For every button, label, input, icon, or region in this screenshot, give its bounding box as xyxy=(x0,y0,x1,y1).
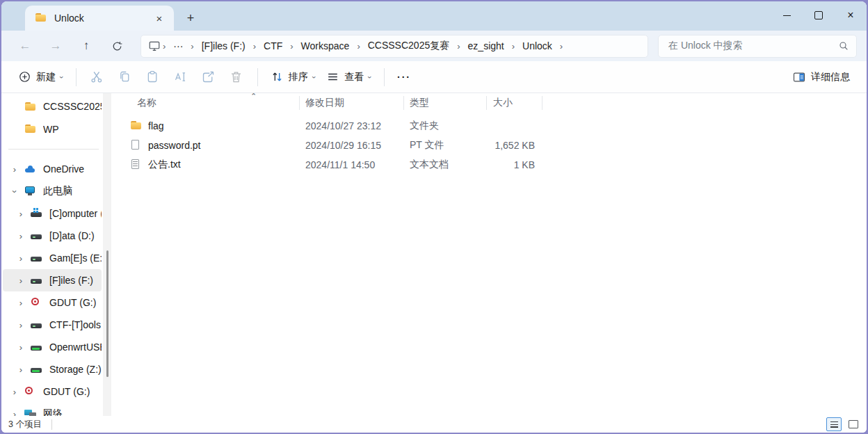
chevron-right-icon: › xyxy=(188,41,195,51)
more-button[interactable]: ··· xyxy=(392,67,417,87)
maximize-button[interactable] xyxy=(803,1,835,29)
new-button[interactable]: 新建 › xyxy=(13,66,69,88)
column-divider[interactable] xyxy=(299,96,300,110)
sidebar-item[interactable]: › [F]iles (F:) xyxy=(3,269,102,291)
sidebar-item[interactable]: › Gam[E]s (E:) xyxy=(3,247,102,269)
column-header-type[interactable]: 类型 xyxy=(403,97,486,109)
refresh-icon xyxy=(111,40,123,52)
breadcrumb-item[interactable]: CTF xyxy=(258,38,288,54)
file-type: PT 文件 xyxy=(403,139,486,152)
chevron-right-icon: › xyxy=(455,41,462,51)
forward-button[interactable]: → xyxy=(42,35,70,57)
search-icon xyxy=(838,40,849,51)
chevron-down-icon: › xyxy=(310,76,319,79)
tab-unlock[interactable]: Unlock × xyxy=(25,6,174,31)
address-bar[interactable]: › ··· › [F]iles (F:) › CTF › Workspace ›… xyxy=(140,35,648,58)
sidebar-item[interactable]: › Storage (Z:) xyxy=(3,358,102,380)
chevron-icon[interactable]: › xyxy=(17,298,24,308)
refresh-button[interactable] xyxy=(103,35,131,57)
file-name[interactable]: flag xyxy=(148,120,164,131)
sidebar-item[interactable]: › [D]ata (D:) xyxy=(3,225,102,247)
close-button[interactable]: × xyxy=(835,1,867,29)
sidebar-item[interactable]: › 此电脑 xyxy=(3,180,102,202)
column-divider[interactable] xyxy=(542,96,542,110)
chevron-right-icon: › xyxy=(558,41,565,51)
column-divider[interactable] xyxy=(403,96,404,110)
chevron-right-icon: › xyxy=(355,41,362,51)
command-bar: 新建 › xyxy=(1,61,867,93)
chevron-icon[interactable]: › xyxy=(17,275,24,286)
file-name[interactable]: 公告.txt xyxy=(148,159,181,171)
chevron-icon[interactable]: › xyxy=(11,387,18,397)
column-header-date[interactable]: 修改日期 xyxy=(299,97,403,109)
details-view-toggle[interactable] xyxy=(826,417,842,431)
details-view-icon xyxy=(830,421,838,428)
details-pane-button[interactable]: 详细信息 xyxy=(787,66,855,88)
breadcrumb-item[interactable]: Unlock xyxy=(517,38,558,54)
chevron-icon[interactable]: › xyxy=(17,253,24,264)
breadcrumb-overflow[interactable]: ··· xyxy=(168,38,188,54)
chevron-icon[interactable]: › xyxy=(10,188,20,195)
rename-button[interactable] xyxy=(167,65,195,89)
chevron-icon[interactable]: › xyxy=(17,231,24,241)
search-box[interactable]: 在 Unlock 中搜索 xyxy=(658,35,857,58)
chevron-icon[interactable]: › xyxy=(17,209,24,219)
gdut-icon xyxy=(24,386,37,397)
breadcrumb-item[interactable]: [F]iles (F:) xyxy=(196,38,251,54)
up-button[interactable]: ↑ xyxy=(72,35,100,57)
share-button[interactable] xyxy=(195,65,223,89)
sidebar-item[interactable]: › GDUT (G:) xyxy=(3,291,102,314)
delete-button[interactable] xyxy=(223,65,250,89)
cut-icon xyxy=(90,70,104,84)
file-row[interactable]: flag 2024/10/27 23:12 文件夹 xyxy=(113,116,867,136)
sidebar-scrollbar-thumb[interactable] xyxy=(106,250,108,377)
minimize-button[interactable] xyxy=(771,1,803,29)
cut-button[interactable] xyxy=(83,65,111,89)
column-header-size[interactable]: 大小 xyxy=(486,97,542,109)
sidebar-item[interactable]: › OpenwrtUSB xyxy=(3,336,102,358)
back-button[interactable]: ← xyxy=(11,35,39,57)
copy-button[interactable] xyxy=(111,65,139,89)
sidebar-item[interactable]: › OneDrive xyxy=(3,158,102,180)
chevron-down-icon: › xyxy=(58,76,66,79)
titlebar: Unlock × + × xyxy=(1,1,867,31)
sort-button[interactable]: 排序 › xyxy=(265,66,321,88)
column-header-name[interactable]: 名称 xyxy=(120,97,299,109)
breadcrumb-item[interactable]: ez_sight xyxy=(463,38,510,54)
chevron-icon[interactable]: › xyxy=(17,342,24,353)
sidebar-item[interactable]: › GDUT (G:) xyxy=(3,380,102,403)
text-file-icon xyxy=(130,159,143,170)
minimize-icon xyxy=(783,15,791,16)
view-button[interactable]: 查看 › xyxy=(321,66,377,88)
close-icon: × xyxy=(847,10,853,21)
navigation-bar: ← → ↑ › ··· › [F]iles (F:) › CTF › Works… xyxy=(1,31,867,61)
sidebar-item[interactable]: › 网络 xyxy=(3,403,102,416)
file-name[interactable]: password.pt xyxy=(148,140,200,151)
copy-icon xyxy=(118,70,132,84)
details-label: 详细信息 xyxy=(811,71,850,83)
icons-view-toggle[interactable] xyxy=(846,417,861,431)
chevron-icon[interactable]: › xyxy=(11,164,18,175)
breadcrumb-item[interactable]: Workspace xyxy=(296,38,355,54)
file-date: 2024/11/1 14:50 xyxy=(299,159,403,170)
file-date: 2024/10/27 23:12 xyxy=(299,120,403,131)
breadcrumb-item[interactable]: CCSSSC2025复赛 xyxy=(362,38,456,54)
status-divider xyxy=(51,419,52,430)
sidebar-item[interactable]: CCSSSC2025复赛 xyxy=(3,96,102,118)
drive-green-icon xyxy=(31,364,43,375)
sidebar-item[interactable]: WP xyxy=(3,118,102,140)
sidebar: CCSSSC2025复赛 WP › OneDrive › 此电脑 › [C]om… xyxy=(1,93,113,416)
column-divider[interactable] xyxy=(486,96,487,110)
chevron-icon[interactable]: › xyxy=(11,409,18,417)
sidebar-item[interactable]: › [C]omputer (C:) xyxy=(3,202,102,225)
sidebar-item[interactable]: › CTF-[T]ools (T:) xyxy=(3,314,102,336)
paste-button[interactable] xyxy=(139,65,167,89)
new-tab-button[interactable]: + xyxy=(182,10,199,26)
sort-ascending-icon: ⌃ xyxy=(250,92,257,101)
tab-close-icon[interactable]: × xyxy=(152,10,167,26)
chevron-icon[interactable]: › xyxy=(17,364,24,375)
chevron-icon[interactable]: › xyxy=(17,320,24,330)
file-row[interactable]: 公告.txt 2024/11/1 14:50 文本文档 1 KB xyxy=(113,155,867,175)
file-row[interactable]: password.pt 2024/10/29 16:15 PT 文件 1,652… xyxy=(113,136,867,155)
paste-icon xyxy=(145,70,160,84)
